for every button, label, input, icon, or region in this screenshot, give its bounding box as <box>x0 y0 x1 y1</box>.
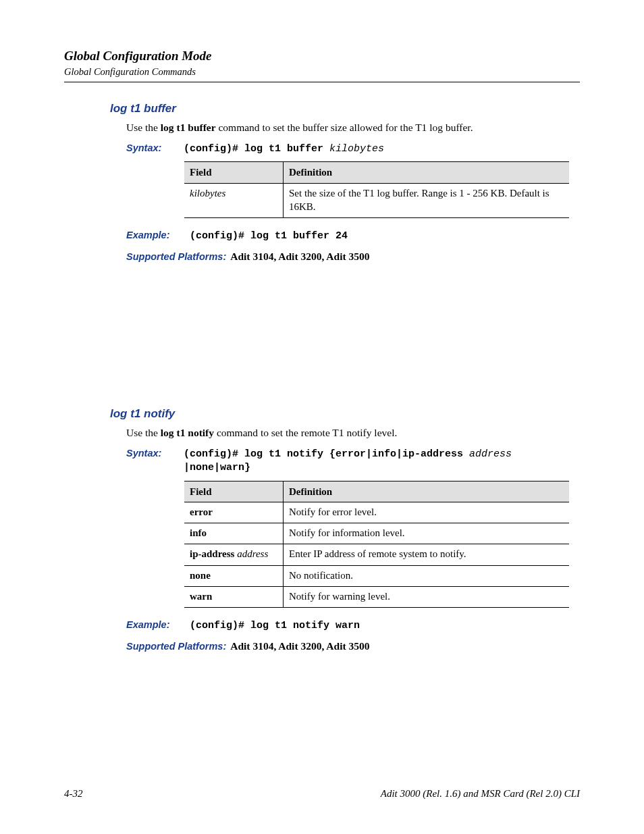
platforms-value: Adit 3104, Adit 3200, Adit 3500 <box>230 640 369 654</box>
table-header-row: Field Definition <box>184 481 569 502</box>
definition-table: Field Definition error Notify for error … <box>184 481 569 608</box>
syntax-code: (config)# log t1 notify {error|info|ip-a… <box>184 448 512 475</box>
table-cell-field: ip-address address <box>184 544 284 565</box>
page-footer: 4-32 Adit 3000 (Rel. 1.6) and MSR Card (… <box>64 787 580 800</box>
table-row: info Notify for information level. <box>184 523 569 544</box>
table-cell-definition: Enter IP address of remote system to not… <box>284 544 570 565</box>
example-label: Example: <box>126 619 176 632</box>
field-bold: warn <box>190 591 212 602</box>
example-row: Example: (config)# log t1 buffer 24 <box>126 229 580 243</box>
body-text-pre: Use the <box>126 427 161 438</box>
header-subtitle: Global Configuration Commands <box>64 66 580 79</box>
table-cell-field: info <box>184 523 284 544</box>
platforms-row: Supported Platforms: Adit 3104, Adit 320… <box>126 250 580 264</box>
example-code: (config)# log t1 notify warn <box>190 619 360 633</box>
body-text-post: command to set the remote T1 notify leve… <box>214 427 397 438</box>
spacer <box>64 269 580 388</box>
table-cell-field: kilobytes <box>184 183 284 218</box>
syntax-prompt: (config)# log t1 buffer <box>184 143 329 155</box>
body-text-pre: Use the <box>126 122 161 133</box>
syntax-line1-bold: (config)# log t1 notify {error|info|ip-a… <box>184 448 469 460</box>
table-row: warn Notify for warning level. <box>184 586 569 607</box>
platforms-row: Supported Platforms: Adit 3104, Adit 320… <box>126 640 580 654</box>
table-cell-field: warn <box>184 586 284 607</box>
platforms-value: Adit 3104, Adit 3200, Adit 3500 <box>230 250 369 264</box>
table-cell-definition: Notify for information level. <box>284 523 570 544</box>
syntax-row: Syntax: (config)# log t1 buffer kilobyte… <box>126 142 580 156</box>
table-header-field: Field <box>184 481 284 502</box>
table-cell-field: error <box>184 502 284 523</box>
syntax-label: Syntax: <box>126 142 170 155</box>
field-bold: error <box>190 506 213 517</box>
table-cell-definition: Notify for warning level. <box>284 586 570 607</box>
syntax-label: Syntax: <box>126 447 170 461</box>
footer-page-number: 4-32 <box>64 787 83 800</box>
table-row: none No notification. <box>184 565 569 586</box>
table-row: ip-address address Enter IP address of r… <box>184 544 569 565</box>
table-cell-definition: Notify for error level. <box>284 502 570 523</box>
section-body: Use the log t1 buffer command to set the… <box>126 121 580 135</box>
platforms-label: Supported Platforms: <box>126 640 226 654</box>
footer-doc-title: Adit 3000 (Rel. 1.6) and MSR Card (Rel 2… <box>381 787 580 800</box>
table-cell-definition: No notification. <box>284 565 570 586</box>
syntax-code: (config)# log t1 buffer kilobytes <box>184 142 384 156</box>
section-log-t1-notify: log t1 notify Use the log t1 notify comm… <box>64 407 580 654</box>
section-body: Use the log t1 notify command to set the… <box>126 426 580 440</box>
table-header-definition: Definition <box>284 481 570 502</box>
field-italic: address <box>237 548 268 559</box>
field-bold: ip-address <box>190 548 237 559</box>
syntax-args: kilobytes <box>329 143 384 155</box>
section-title: log t1 notify <box>110 407 580 422</box>
field-bold: none <box>190 570 211 581</box>
table-row: error Notify for error level. <box>184 502 569 523</box>
syntax-line2-bold: |none|warn} <box>184 462 250 473</box>
table-header-definition: Definition <box>284 162 570 183</box>
platforms-label: Supported Platforms: <box>126 251 226 264</box>
section-log-t1-buffer: log t1 buffer Use the log t1 buffer comm… <box>64 101 580 264</box>
table-row: kilobytes Set the size of the T1 log buf… <box>184 183 569 218</box>
example-row: Example: (config)# log t1 notify warn <box>126 619 580 633</box>
body-text-post: command to set the buffer size allowed f… <box>216 122 473 133</box>
table-header-row: Field Definition <box>184 162 569 183</box>
section-title: log t1 buffer <box>110 101 580 117</box>
body-text-bold: log t1 notify <box>161 427 214 438</box>
example-label: Example: <box>126 229 176 242</box>
example-code: (config)# log t1 buffer 24 <box>190 230 348 243</box>
page-header: Global Configuration Mode Global Configu… <box>64 47 580 82</box>
syntax-row: Syntax: (config)# log t1 notify {error|i… <box>126 447 580 475</box>
definition-table: Field Definition kilobytes Set the size … <box>184 161 569 218</box>
field-bold: info <box>190 527 207 538</box>
body-text-bold: log t1 buffer <box>161 122 216 133</box>
header-title: Global Configuration Mode <box>64 47 580 65</box>
syntax-line1-italic: address <box>469 448 512 460</box>
table-header-field: Field <box>184 162 284 183</box>
table-cell-definition: Set the size of the T1 log buffer. Range… <box>284 183 570 218</box>
header-rule <box>64 82 580 82</box>
table-cell-field: none <box>184 565 284 586</box>
